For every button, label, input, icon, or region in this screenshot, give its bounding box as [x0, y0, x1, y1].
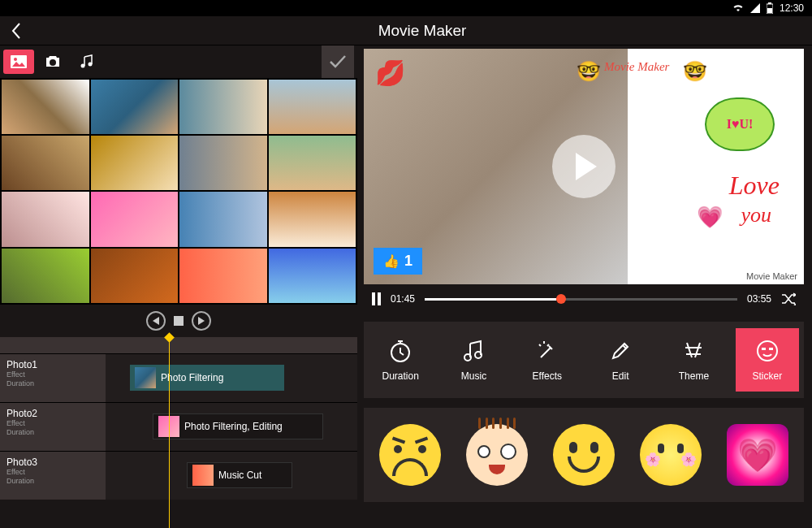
svg-point-5: [50, 59, 56, 66]
tool-label: Edit: [612, 370, 629, 382]
track-effect-label: Effect: [6, 468, 99, 478]
gallery-thumb[interactable]: [91, 192, 179, 246]
status-time: 12:30: [780, 2, 804, 14]
track-label: Photo2 Effect Duration: [0, 403, 106, 451]
svg-point-6: [81, 64, 85, 68]
track-duration-label: Duration: [6, 428, 99, 438]
gallery-thumb[interactable]: [2, 136, 89, 190]
timeline-controls: [0, 305, 357, 337]
gallery-thumb[interactable]: [2, 80, 89, 134]
lips-sticker[interactable]: 💋: [375, 58, 405, 87]
svg-point-7: [89, 63, 93, 67]
wifi-icon: [732, 3, 744, 13]
sticker-heart[interactable]: 💗: [723, 420, 793, 490]
stop-button[interactable]: [174, 316, 184, 326]
tab-music[interactable]: [71, 50, 102, 74]
clip-label: Music Cut: [218, 470, 261, 481]
tool-label: Theme: [679, 370, 709, 382]
next-button[interactable]: [192, 311, 211, 331]
tool-label: Duration: [382, 370, 418, 382]
tool-sticker[interactable]: Sticker: [736, 328, 799, 392]
tool-label: Effects: [533, 370, 562, 382]
sticker-cartoon-angry[interactable]: [462, 420, 532, 490]
track-label: Photo3 Effect Duration: [0, 452, 106, 500]
track-lane[interactable]: Music Cut: [106, 452, 357, 500]
svg-rect-1: [768, 2, 771, 4]
play-button[interactable]: [552, 135, 615, 198]
preview-area: 💋 🤓 Movie Maker 🤓 I♥U! Love 💗 you Movie …: [364, 49, 804, 284]
gallery-thumb[interactable]: [91, 80, 179, 134]
gallery-thumb[interactable]: [2, 192, 89, 246]
tab-camera[interactable]: [37, 50, 68, 74]
gallery-thumb[interactable]: [2, 249, 89, 303]
timeline-clip[interactable]: Photo Filtering, Editing: [153, 413, 323, 439]
back-button[interactable]: [0, 16, 32, 45]
total-time: 03:55: [747, 293, 771, 305]
tool-edit[interactable]: Edit: [589, 328, 652, 392]
heart-sticker[interactable]: 💗: [697, 205, 723, 230]
watermark: Movie Maker: [746, 271, 797, 281]
signal-icon: [750, 3, 760, 13]
svg-rect-2: [767, 8, 772, 13]
gallery-thumb[interactable]: [179, 80, 267, 134]
tool-label: Sticker: [752, 370, 782, 382]
tool-duration[interactable]: Duration: [369, 328, 432, 392]
love-text-sticker[interactable]: Love: [729, 171, 780, 201]
current-time: 01:45: [391, 293, 415, 305]
gallery-thumb[interactable]: [91, 249, 179, 303]
tool-effects[interactable]: Effects: [516, 328, 579, 392]
track-name: Photo3: [6, 457, 99, 468]
status-bar: 12:30: [0, 0, 812, 16]
timeline-ruler[interactable]: [0, 337, 357, 353]
clip-label: Photo Filtering, Editing: [184, 421, 283, 432]
pause-button[interactable]: [372, 292, 381, 305]
clip-thumb: [135, 367, 156, 388]
prev-button[interactable]: [146, 311, 166, 331]
timeline-clip[interactable]: Photo Filtering: [130, 365, 284, 391]
progress-slider[interactable]: [425, 298, 737, 301]
playhead[interactable]: [169, 337, 170, 528]
shuffle-button[interactable]: [781, 292, 796, 305]
gallery-thumb[interactable]: [91, 136, 179, 190]
tool-theme[interactable]: Theme: [662, 328, 725, 392]
title-bar: Movie Maker: [0, 16, 812, 45]
tab-photo[interactable]: [3, 50, 34, 74]
confirm-button[interactable]: [322, 45, 354, 78]
track-lane[interactable]: Photo Filtering: [106, 354, 357, 402]
sticker-blush[interactable]: 🌸: [636, 420, 706, 490]
track-name: Photo2: [6, 408, 99, 419]
sticker-picker: 🌸 💗: [364, 408, 804, 502]
you-text-sticker[interactable]: you: [741, 203, 771, 227]
like-count: 1: [404, 253, 412, 270]
track-label: Photo1 Effect Duration: [0, 354, 106, 402]
sticker-smile[interactable]: [549, 420, 619, 490]
gallery-thumb[interactable]: [269, 80, 356, 134]
emoji-sticker[interactable]: 🤓: [577, 60, 601, 83]
track-effect-label: Effect: [6, 419, 99, 429]
iloveu-sticker[interactable]: I♥U!: [705, 97, 775, 151]
gallery-thumb[interactable]: [179, 249, 267, 303]
track-lane[interactable]: Photo Filtering, Editing: [106, 403, 357, 451]
gallery-thumb[interactable]: [179, 192, 267, 246]
tool-row: Duration Music Effects Edit Theme Sticke…: [364, 322, 804, 398]
player-bar: 01:45 03:55: [364, 284, 804, 314]
emoji-sticker[interactable]: 🤓: [683, 60, 707, 83]
clip-label: Photo Filtering: [161, 372, 223, 383]
svg-point-11: [758, 341, 777, 361]
gallery-thumb[interactable]: [269, 192, 356, 246]
gallery-thumb[interactable]: [179, 136, 267, 190]
slider-knob[interactable]: [556, 294, 566, 304]
clip-thumb: [192, 465, 214, 486]
svg-rect-13: [769, 348, 773, 350]
gallery-thumb[interactable]: [269, 249, 356, 303]
gallery-thumb[interactable]: [269, 136, 356, 190]
like-badge[interactable]: 1: [374, 248, 422, 275]
track-effect-label: Effect: [6, 370, 99, 380]
sticker-angry[interactable]: [375, 420, 445, 490]
track-duration-label: Duration: [6, 477, 99, 487]
timeline-clip[interactable]: Music Cut: [187, 462, 292, 488]
track-duration-label: Duration: [6, 379, 99, 389]
svg-point-4: [14, 58, 17, 61]
tool-music[interactable]: Music: [442, 328, 505, 392]
movie-maker-text-sticker[interactable]: Movie Maker: [604, 60, 669, 74]
